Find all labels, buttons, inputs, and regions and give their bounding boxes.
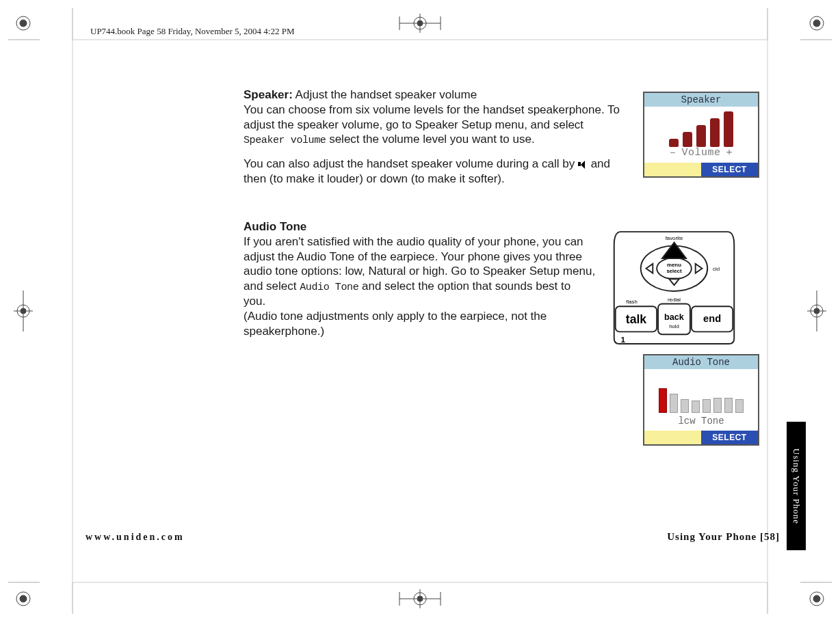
fig-speaker-select: SELECT bbox=[701, 163, 758, 176]
svg-point-22 bbox=[17, 305, 29, 317]
svg-point-2 bbox=[810, 16, 824, 30]
handset-illustration: favorite menu select cid flash redial ta… bbox=[607, 231, 741, 346]
svg-text:talk: talk bbox=[626, 312, 646, 326]
svg-point-4 bbox=[16, 592, 30, 606]
fig-audiotone-label: lcw Tone bbox=[678, 416, 724, 427]
menu-audio-tone: Audio Tone bbox=[300, 282, 358, 293]
svg-point-5 bbox=[20, 595, 27, 602]
speaker-icon bbox=[578, 160, 588, 170]
svg-point-1 bbox=[20, 20, 27, 27]
svg-point-11 bbox=[417, 21, 423, 26]
svg-text:flash: flash bbox=[626, 299, 637, 305]
speaker-para1b: select the volume level you want to use. bbox=[326, 133, 534, 146]
figure-audio-tone: Audio Tone lcw Tone SELECT bbox=[643, 354, 759, 446]
volume-label: Volume bbox=[681, 147, 720, 159]
label-favorite: favorite bbox=[666, 235, 683, 241]
speaker-heading-rest: Adjust the handset speaker volume bbox=[293, 88, 477, 101]
svg-point-7 bbox=[813, 595, 820, 602]
print-meta: UP744.book Page 58 Friday, November 5, 2… bbox=[90, 26, 295, 37]
svg-text:back: back bbox=[664, 312, 685, 322]
svg-text:1: 1 bbox=[621, 335, 626, 344]
figure-speaker-volume: Speaker – Volume + SELECT bbox=[643, 92, 759, 178]
svg-point-26 bbox=[811, 305, 823, 317]
svg-point-10 bbox=[414, 17, 426, 29]
volume-minus: – bbox=[670, 147, 677, 159]
footer-page: Using Your Phone [58] bbox=[667, 531, 780, 543]
svg-point-17 bbox=[417, 596, 423, 601]
volume-bars bbox=[669, 107, 733, 147]
audiotone-section: Audio Tone If you aren't satisfied with … bbox=[244, 219, 596, 338]
audiotone-heading: Audio Tone bbox=[244, 220, 306, 233]
fig-audiotone-select: SELECT bbox=[701, 431, 758, 444]
svg-point-3 bbox=[813, 20, 820, 27]
svg-point-23 bbox=[21, 308, 26, 314]
svg-text:select: select bbox=[666, 268, 682, 274]
fig-audiotone-title: Audio Tone bbox=[644, 355, 758, 369]
equalizer-bars bbox=[659, 381, 744, 413]
svg-point-27 bbox=[814, 308, 819, 314]
svg-text:menu: menu bbox=[667, 262, 681, 268]
volume-plus: + bbox=[726, 147, 733, 159]
svg-point-6 bbox=[810, 592, 824, 606]
fig-speaker-title: Speaker bbox=[644, 93, 758, 107]
speaker-heading: Speaker: bbox=[244, 88, 293, 101]
audiotone-para2: (Audio tone adjustments only apply to th… bbox=[244, 310, 547, 338]
svg-text:redial: redial bbox=[668, 297, 681, 303]
footer-url: www.uniden.com bbox=[86, 532, 185, 543]
section-tab: Using Your Phone bbox=[787, 422, 806, 550]
speaker-section: Speaker: Adjust the handset speaker volu… bbox=[244, 87, 627, 193]
speaker-para2a: You can also adjust the handset speaker … bbox=[244, 157, 578, 170]
svg-point-0 bbox=[16, 16, 30, 30]
svg-text:hold: hold bbox=[669, 324, 679, 330]
menu-speaker-volume: Speaker volume bbox=[244, 135, 326, 146]
svg-text:cid: cid bbox=[713, 266, 720, 272]
speaker-para1a: You can choose from six volume levels fo… bbox=[244, 103, 620, 131]
svg-text:end: end bbox=[703, 313, 721, 324]
svg-point-16 bbox=[414, 593, 426, 605]
